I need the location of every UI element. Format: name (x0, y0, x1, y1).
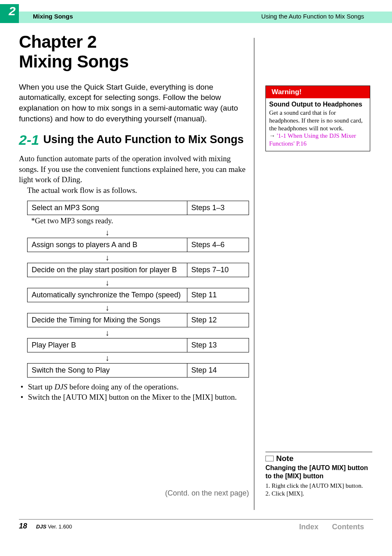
flow-steps: Steps 4–6 (187, 238, 249, 252)
table-row: Play Player B Step 13 (27, 338, 249, 352)
flow-steps: Steps 7–10 (187, 263, 249, 277)
bullet1-post: before doing any of the operations. (67, 382, 179, 391)
warning-heading: Warning! (266, 86, 370, 98)
flow-steps: Steps 1–3 (187, 201, 249, 215)
flow-task: Decide on the play start position for pl… (28, 263, 187, 277)
list-item: Start up DJS before doing any of the ope… (21, 382, 249, 392)
warning-box: Warning! Sound Output to Headphones Get … (265, 86, 370, 151)
chapter-title: Chapter 2 Mixing Songs (19, 32, 249, 72)
content-wrap: Chapter 2 Mixing Songs When you use the … (19, 32, 373, 511)
footer-link-index[interactable]: Index (299, 523, 318, 531)
table-row: Decide the Timing for Mixing the Songs S… (27, 313, 249, 327)
footer-right: Index Contents (288, 523, 364, 531)
section-heading-row: 2-1 Using the Auto Function to Mix Songs (19, 133, 249, 147)
header-left-text: Mixing Songs (33, 13, 73, 20)
arrow-icon: → (269, 132, 275, 139)
down-arrow-icon: ↓ (27, 277, 187, 288)
chapter-title-line2: Mixing Songs (19, 52, 129, 71)
chapter-tab: 2 (0, 4, 19, 23)
flow-task: Assign songs to players A and B (28, 238, 187, 252)
flow-steps: Step 14 (187, 364, 249, 377)
chapter-intro: When you use the Quick Start Guide, ever… (19, 82, 249, 124)
chapter-title-line1: Chapter 2 (19, 32, 97, 51)
note-rule (265, 452, 372, 452)
flow-steps: Step 12 (187, 313, 249, 327)
footer-left: 18 DJS Ver. 1.600 (19, 522, 72, 531)
flow-task: Automatically synchronize the Tempo (spe… (28, 288, 187, 302)
header-right-text: Using the Auto Function to Mix Songs (261, 13, 364, 20)
flow-steps: Step 13 (187, 338, 249, 352)
table-row: Automatically synchronize the Tempo (spe… (27, 288, 249, 302)
flow-task: Switch the Song to Play (28, 364, 187, 377)
note-heading-row: Note (265, 454, 372, 463)
warning-body: Get a sound card that is for headphones.… (266, 108, 370, 151)
continued-label: (Contd. on the next page) (19, 489, 249, 498)
down-arrow-icon: ↓ (27, 252, 187, 263)
note-box: Note Changing the [AUTO MIX] button to t… (265, 452, 372, 498)
right-column: Warning! Sound Output to Headphones Get … (265, 32, 373, 498)
page-number: 18 (19, 522, 27, 530)
down-arrow-icon: ↓ (27, 352, 187, 364)
left-column: Chapter 2 Mixing Songs When you use the … (19, 32, 249, 498)
note-icon (265, 456, 274, 461)
table-row: Decide on the play start position for pl… (27, 263, 249, 277)
table-row: Select an MP3 Song Steps 1–3 (27, 201, 249, 215)
note-step2: 2. Click [MIX]. (265, 490, 372, 498)
section-body-2: The actual work flow is as follows. (19, 185, 249, 196)
footer-link-contents[interactable]: Contents (332, 523, 364, 531)
bullet1-pre: Start up (28, 382, 54, 391)
note-step1: 1. Right click the [AUTO MIX] button. (265, 482, 372, 490)
down-arrow-icon: ↓ (27, 227, 187, 238)
flow-task: Select an MP3 Song (28, 201, 187, 215)
warning-crossref-link[interactable]: '1-1 When Using the DJS Mixer Functions'… (269, 132, 356, 147)
bullet-list: Start up DJS before doing any of the ope… (21, 382, 249, 403)
bullet1-em: DJS (54, 382, 67, 391)
flow-note: *Get two MP3 songs ready. (27, 215, 249, 227)
table-row: Assign songs to players A and B Steps 4–… (27, 238, 249, 252)
section-number: 2-1 (19, 133, 43, 147)
note-steps: 1. Right click the [AUTO MIX] button. 2.… (265, 482, 372, 498)
version-label: Ver. 1.600 (48, 524, 72, 530)
warning-subheading: Sound Output to Headphones (266, 98, 370, 108)
section-title: Using the Auto Function to Mix Songs (43, 133, 249, 147)
list-item: Switch the [AUTO MIX] button on the Mixe… (21, 392, 249, 403)
page-root: 2 Mixing Songs Using the Auto Function t… (0, 0, 392, 556)
warning-body-text: Get a sound card that is for headphones.… (269, 109, 362, 132)
flow-task: Play Player B (28, 338, 187, 352)
down-arrow-icon: ↓ (27, 302, 187, 313)
workflow-table: Select an MP3 Song Steps 1–3 *Get two MP… (27, 201, 249, 378)
flow-task: Decide the Timing for Mixing the Songs (28, 313, 187, 327)
footer-rule (19, 519, 373, 520)
note-heading: Note (276, 454, 293, 463)
note-subheading: Changing the [AUTO MIX] button to the [M… (265, 464, 372, 480)
table-row: Switch the Song to Play Step 14 (27, 363, 249, 378)
product-name: DJS (36, 524, 46, 530)
flow-steps: Step 11 (187, 288, 249, 302)
section-body-1: Auto function automate parts of the oper… (19, 153, 249, 185)
down-arrow-icon: ↓ (27, 327, 187, 338)
